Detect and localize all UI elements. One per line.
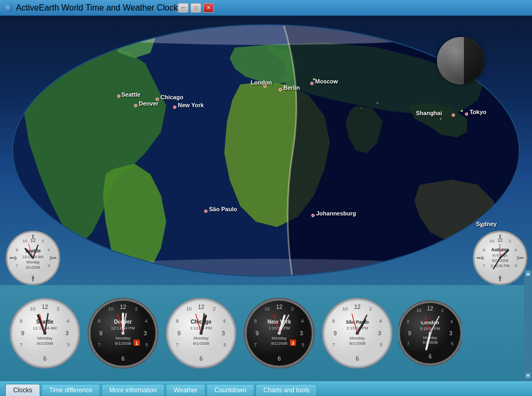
svg-text:2: 2 bbox=[42, 239, 44, 243]
svg-text:6: 6 bbox=[278, 355, 281, 362]
city-label-london: London bbox=[251, 79, 272, 86]
tab-charts-tools[interactable]: Charts and tools bbox=[255, 384, 317, 396]
svg-text:3: 3 bbox=[300, 330, 303, 336]
city-label-sydney: Sydney bbox=[476, 221, 497, 227]
svg-text:8: 8 bbox=[254, 318, 256, 324]
svg-text:2: 2 bbox=[509, 239, 511, 243]
city-label-denver: Denver bbox=[139, 100, 158, 107]
svg-text:9: 9 bbox=[177, 330, 180, 336]
svg-text:10: 10 bbox=[416, 308, 422, 313]
right-scrollbar[interactable]: ▲ ▼ bbox=[524, 269, 532, 380]
svg-text:12: 12 bbox=[42, 304, 48, 310]
maximize-button[interactable]: □ bbox=[191, 3, 201, 13]
svg-text:5: 5 bbox=[451, 341, 453, 346]
svg-text:6: 6 bbox=[121, 355, 125, 362]
clock-denver-svg: 12 3 6 9 10 2 8 4 7 5 Denver 12:11:34 PM… bbox=[86, 296, 160, 370]
tab-countdown[interactable]: Countdown bbox=[206, 384, 254, 396]
svg-text:12: 12 bbox=[276, 304, 282, 310]
titlebar: ActiveEarth World Time and Weather Clock… bbox=[0, 0, 532, 16]
scroll-up-button[interactable]: ▲ bbox=[525, 270, 531, 277]
svg-text:Monday: Monday bbox=[26, 260, 40, 265]
city-label-berlin: Berlin bbox=[283, 84, 300, 91]
svg-text:7: 7 bbox=[332, 342, 335, 347]
clock-newyork: 12 3 6 9 10 2 8 4 7 5 New York 1:19:34 P… bbox=[242, 296, 316, 370]
clock-chicago: 12 3 6 9 10 2 8 4 7 5 Chicago 1:11:34 PM… bbox=[164, 296, 238, 370]
city-dot-shanghai[interactable] bbox=[452, 114, 455, 117]
city-dot-moscow[interactable] bbox=[310, 82, 314, 85]
map-area: Seattle Chicago Denver New York London B… bbox=[0, 16, 532, 285]
clock-denver: 12 3 6 9 10 2 8 4 7 5 Denver 12:11:34 PM… bbox=[86, 296, 160, 370]
svg-text:9/1/2008: 9/1/2008 bbox=[193, 341, 210, 346]
svg-text:7: 7 bbox=[98, 342, 100, 347]
city-label-newyork: New York bbox=[178, 102, 204, 108]
map-clock-autumn: 12 3 6 9 10 2 8 4 7 5 Autumn in 6 days 9… bbox=[472, 230, 528, 285]
svg-text:6: 6 bbox=[200, 355, 203, 362]
svg-text:9: 9 bbox=[481, 256, 483, 261]
svg-text:2: 2 bbox=[291, 306, 293, 312]
svg-text:10: 10 bbox=[490, 239, 495, 243]
svg-text:9: 9 bbox=[21, 330, 24, 336]
city-dot-seattle[interactable] bbox=[117, 95, 120, 98]
svg-text:5: 5 bbox=[379, 342, 382, 347]
svg-text:12: 12 bbox=[198, 304, 204, 310]
svg-text:9/1/2008: 9/1/2008 bbox=[423, 340, 438, 345]
svg-text:5: 5 bbox=[67, 342, 70, 347]
city-label-tokyo: Tokyo bbox=[470, 109, 487, 115]
close-button[interactable]: ✕ bbox=[203, 3, 214, 13]
clock-newyork-svg: 12 3 6 9 10 2 8 4 7 5 New York 1:19:34 P… bbox=[242, 296, 316, 370]
svg-text:5: 5 bbox=[48, 263, 51, 268]
svg-text:7: 7 bbox=[254, 342, 256, 347]
svg-text:6: 6 bbox=[43, 355, 46, 362]
app-title: ActiveEarth World Time and Weather Clock bbox=[16, 3, 178, 13]
city-label-moscow: Moscow bbox=[315, 78, 338, 84]
svg-text:2: 2 bbox=[135, 306, 137, 312]
city-dot-denver[interactable] bbox=[134, 104, 137, 107]
svg-text:2:19:34 PM: 2:19:34 PM bbox=[347, 326, 368, 331]
svg-text:Chicago: Chicago bbox=[191, 319, 211, 325]
svg-text:12: 12 bbox=[120, 304, 126, 310]
city-label-seattle: Seattle bbox=[121, 91, 140, 98]
svg-text:Monday: Monday bbox=[350, 336, 365, 341]
svg-text:3: 3 bbox=[291, 341, 294, 346]
svg-text:10: 10 bbox=[343, 306, 348, 312]
map-clock-seattle: 12 3 6 9 10 2 8 4 7 5 Seattle 10:19:34 A… bbox=[5, 230, 61, 285]
minimize-button[interactable]: ─ bbox=[178, 3, 188, 13]
tab-weather[interactable]: Weather bbox=[166, 384, 205, 396]
svg-text:5: 5 bbox=[515, 263, 518, 268]
clock-seattle: 12 3 6 9 10 2 8 4 7 5 Seattle 11:11:34 A… bbox=[8, 296, 82, 370]
svg-text:6: 6 bbox=[499, 275, 501, 280]
scroll-down-button[interactable]: ▼ bbox=[525, 372, 531, 379]
svg-text:Monday: Monday bbox=[37, 336, 52, 341]
svg-text:6:19:34 PM: 6:19:34 PM bbox=[420, 326, 440, 331]
svg-text:9/22/2008: 9/22/2008 bbox=[492, 259, 508, 262]
tab-clocks[interactable]: Clocks bbox=[5, 384, 40, 396]
svg-text:7: 7 bbox=[16, 263, 18, 268]
city-dot-tokyo[interactable] bbox=[465, 112, 468, 116]
svg-text:7: 7 bbox=[176, 342, 178, 347]
clocks-row: 12 3 6 9 10 2 8 4 7 5 Seattle 11:11:34 A… bbox=[0, 285, 532, 381]
svg-text:8: 8 bbox=[483, 248, 486, 252]
city-dot-berlin[interactable] bbox=[279, 88, 282, 91]
svg-point-162 bbox=[356, 332, 359, 335]
tab-more-information[interactable]: More information bbox=[101, 384, 165, 396]
svg-text:9/1/2008: 9/1/2008 bbox=[26, 266, 40, 269]
city-dot-saopaulo[interactable] bbox=[204, 210, 207, 213]
tab-time-difference[interactable]: Time difference bbox=[41, 384, 100, 396]
svg-text:8: 8 bbox=[16, 248, 18, 252]
city-dot-johannesburg[interactable] bbox=[311, 214, 315, 217]
svg-text:8: 8 bbox=[407, 319, 410, 324]
clock-seattle-bottom-svg: 12 3 6 9 10 2 8 4 7 5 Seattle 11:11:34 A… bbox=[8, 296, 82, 370]
svg-point-182 bbox=[429, 332, 432, 335]
svg-text:3: 3 bbox=[222, 330, 225, 336]
map-clock-autumn-svg: 12 3 6 9 10 2 8 4 7 5 Autumn in 6 days 9… bbox=[472, 230, 528, 285]
svg-text:12: 12 bbox=[354, 304, 360, 310]
svg-point-100 bbox=[121, 332, 125, 335]
main-content: Seattle Chicago Denver New York London B… bbox=[0, 16, 532, 396]
svg-text:8: 8 bbox=[332, 318, 335, 324]
svg-text:9: 9 bbox=[99, 330, 102, 336]
svg-text:10: 10 bbox=[108, 306, 113, 312]
svg-text:2: 2 bbox=[441, 308, 444, 313]
svg-point-58 bbox=[499, 257, 501, 259]
city-dot-newyork[interactable] bbox=[173, 106, 176, 109]
svg-text:3: 3 bbox=[449, 331, 452, 336]
